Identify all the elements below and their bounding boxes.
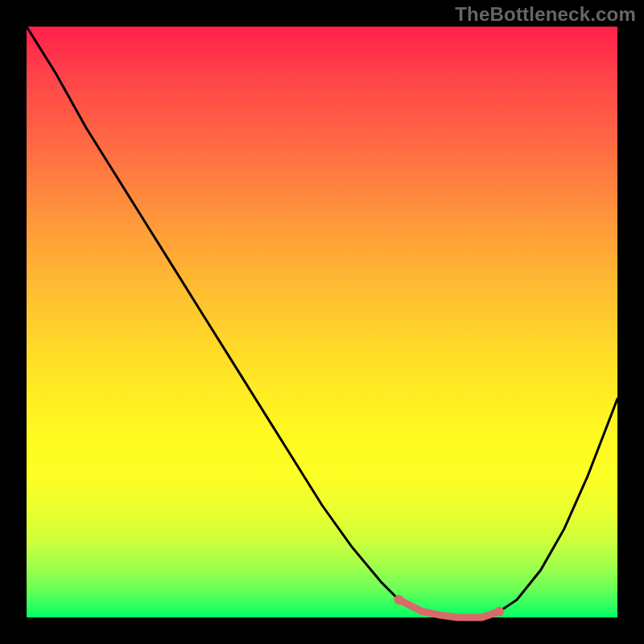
optimal-region-curve (398, 600, 499, 617)
plot-area (27, 27, 617, 617)
bottleneck-curve (27, 27, 617, 617)
chart-svg (27, 27, 617, 617)
watermark-text: TheBottleneck.com (455, 3, 636, 26)
optimal-start-dot (394, 595, 403, 605)
optimal-end-dot (494, 607, 504, 617)
chart-frame: TheBottleneck.com (0, 0, 644, 644)
